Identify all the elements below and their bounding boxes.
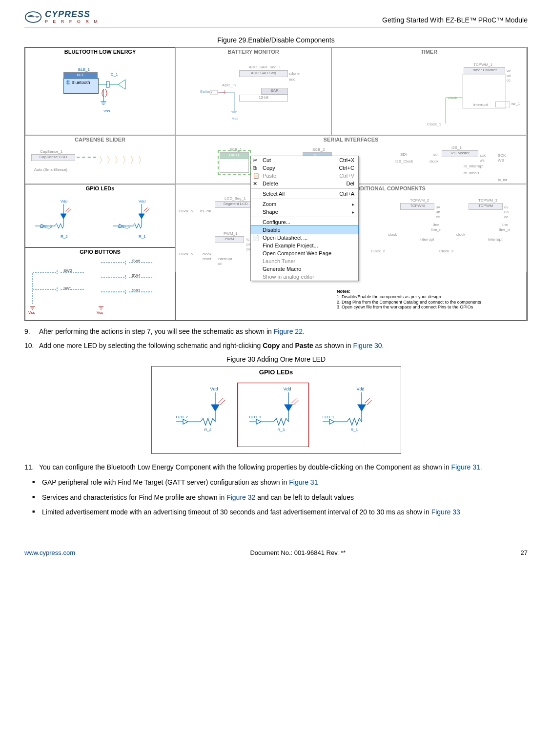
menu-item-paste: 📋PasteCtrl+V	[251, 172, 358, 180]
step-10: 10. Add one more LED by selecting the fo…	[24, 341, 528, 350]
bullet-link[interactable]: Figure 31	[289, 478, 318, 486]
ble-header: BLE	[63, 72, 98, 78]
note-3: 3. Open cydwr file from the workspace an…	[337, 305, 522, 310]
link-figure-30[interactable]: Figure 30.	[353, 342, 384, 349]
menu-item-zoom[interactable]: Zoom	[251, 199, 358, 208]
label-hsclk: hs_clk	[200, 209, 211, 213]
label-sdone: sdone	[289, 71, 300, 76]
label-tcpwm1: TCPWM_1	[473, 62, 492, 67]
menu-shortcut: Ctrl+C	[339, 165, 354, 171]
note-1: 1. Disable/Enable the components as per …	[337, 294, 522, 300]
link-figure-22[interactable]: Figure 22.	[274, 327, 305, 335]
menu-item-show-in-analog-editor: Show in analog editor	[251, 273, 358, 281]
menu-item-copy[interactable]: ⧉CopyCtrl+C	[251, 164, 358, 172]
i2s-master-box: I2S Master	[442, 150, 478, 157]
label-vdd: Vdd	[357, 387, 365, 391]
menu-item-configure[interactable]: Configure...	[251, 217, 358, 226]
label-adc-seq: ADC_SAR_Seq_1	[249, 65, 281, 69]
t2-cc: cc	[436, 215, 440, 219]
label-cs1: CapSense_1	[40, 149, 62, 154]
menu-item-shape[interactable]: Shape	[251, 208, 358, 216]
label-ble1: BLE_1	[78, 67, 90, 72]
bluetooth-label: Bluetooth	[72, 80, 90, 85]
context-menu[interactable]: ✂CutCtrl+X⧉CopyCtrl+C📋PasteCtrl+V✕Delete…	[250, 156, 359, 281]
battery-wiring-icon	[210, 89, 239, 116]
menu-item-cut[interactable]: ✂CutCtrl+X	[251, 156, 358, 164]
label-sck: sck	[480, 153, 486, 158]
step-11-text: You can configure the Bluetooth Low Ener…	[39, 463, 451, 471]
step-10-paste: Paste	[295, 342, 313, 349]
bits-box: 12-bit	[239, 95, 288, 102]
label-led-name: LED_1	[323, 415, 334, 419]
cypress-logo-icon	[24, 11, 42, 23]
menu-item-find-example-project[interactable]: Find Example Project...	[251, 242, 358, 249]
label-i2sclock: clock	[429, 159, 438, 163]
pdf-icon: 📄	[253, 235, 260, 242]
t3-cc: cc	[504, 215, 508, 219]
t2-int: interrupt	[420, 237, 434, 242]
menu-item-delete[interactable]: ✕DeleteDel	[251, 180, 358, 187]
step-9-text: After performing the actions in step 7, …	[39, 327, 274, 335]
panel-battery: BATTERY MONITOR ADC_SAR_Seq_1 ADC SAR Se…	[175, 47, 331, 135]
menu-item-generate-macro[interactable]: Generate Macro	[251, 265, 358, 273]
panel-serial-title: SERIAL INTERFACES	[176, 136, 526, 143]
step-10-copy: Copy	[263, 342, 280, 349]
step-11: 11. You can configure the Bluetooth Low …	[24, 463, 528, 472]
label-clk5: Clock_5	[179, 252, 193, 256]
step-10-text-b: and	[280, 342, 295, 349]
label-tcpwm2: TCPWM_2	[410, 198, 429, 203]
label-rxint: rx_interrupt	[464, 164, 483, 168]
label-sdi: sdi	[433, 152, 438, 157]
timer-wire	[443, 67, 511, 126]
menu-item-open-component-web-page[interactable]: Open Component Web Page	[251, 249, 358, 257]
label-vss-btn2: Vss	[97, 310, 103, 315]
menu-item-disable[interactable]: Disable	[251, 226, 358, 234]
menu-item-label: Select All	[263, 191, 285, 197]
page-header: CYPRESS P E R F O R M Getting Started Wi…	[24, 10, 528, 27]
label-autosense: Auto (SmartSense)	[34, 167, 67, 172]
bluetooth-chip: ⓑ Bluetooth	[63, 78, 99, 94]
label-scb2: SCB_2	[312, 147, 325, 152]
menu-shortcut: Del	[346, 181, 354, 186]
submenu-arrow-icon	[352, 209, 354, 215]
step-10-num: 10.	[24, 341, 37, 350]
bullet-pre: Limited advertisement mode with an adver…	[42, 508, 431, 516]
menu-shortcut: Ctrl+X	[339, 157, 354, 163]
logo-text-sub: P E R F O R M	[45, 20, 100, 24]
label-vss-btn1: Vss	[28, 310, 35, 315]
bullet-link[interactable]: Figure 33	[431, 508, 460, 516]
link-figure-31[interactable]: Figure 31.	[451, 463, 482, 471]
svg-point-0	[25, 12, 41, 22]
menu-item-open-datasheet[interactable]: 📄Open Datasheet ...	[251, 234, 358, 242]
paste-icon: 📋	[253, 173, 260, 180]
label-vdd: Vdd	[284, 387, 291, 391]
label-WS2: WS	[498, 158, 504, 163]
menu-item-label: Generate Macro	[263, 266, 301, 272]
panel-buttons-title: GPIO BUTTONS	[25, 248, 175, 256]
label-adc-in: ADC_In	[222, 83, 236, 87]
menu-shortcut: Ctrl+V	[339, 173, 354, 179]
bullet-1: GAP peripheral role with Find Me Target …	[42, 478, 528, 487]
label-lcdseg: LCD_Seg_1	[225, 196, 246, 201]
bullet-link[interactable]: Figure 32	[226, 493, 255, 501]
t3-linen: line_n	[499, 227, 510, 232]
figure-30-title: GPIO LEDs	[152, 367, 401, 378]
menu-item-label: Paste	[263, 173, 276, 179]
label-i2s1: I2S_1	[451, 145, 462, 150]
step-9: 9. After performing the actions in step …	[24, 327, 528, 336]
led-block-led_1: VddLED_1R_1	[323, 387, 386, 445]
menu-item-label: Configure...	[263, 219, 290, 225]
menu-item-label: Find Example Project...	[263, 243, 318, 248]
tcpwm3-box: TCPWM	[469, 203, 503, 210]
panel-battery-title: BATTERY MONITOR	[176, 48, 331, 56]
menu-item-select-all[interactable]: Select AllCtrl+A	[251, 188, 358, 198]
label-preset: reset	[203, 257, 211, 261]
panel-ble: BLUETOOTH LOW ENERGY BLE_1 BLE ⓑ Bluetoo…	[25, 47, 175, 135]
menu-item-label: Open Component Web Page	[263, 250, 331, 256]
label-sw4: SW4	[132, 273, 140, 278]
label-SCK2: SCK	[498, 153, 506, 158]
label-led-name: LED_2	[176, 415, 188, 419]
footer-url[interactable]: www.cypress.com	[24, 549, 75, 556]
label-tc: tc	[246, 237, 249, 242]
figure-30: GPIO LEDs VddLED_2R_2VddLED_3R_3VddLED_1…	[151, 366, 401, 454]
